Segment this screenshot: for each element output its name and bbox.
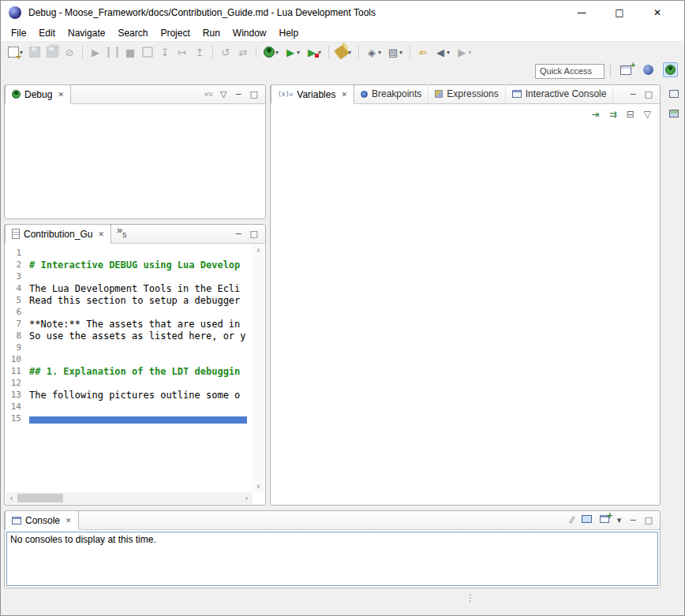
menu-item[interactable]: Search <box>111 26 154 40</box>
editor-line[interactable]: 15 <box>9 413 252 424</box>
tab-interactive-console[interactable]: Interactive Console <box>506 84 614 103</box>
resume-button[interactable]: ▶ <box>88 43 103 61</box>
console-output[interactable]: No consoles to display at this time. <box>6 532 658 586</box>
maximize-button[interactable]: □ <box>601 7 638 18</box>
tab-breakpoints[interactable]: Breakpoints <box>354 84 429 103</box>
open-console-icon[interactable] <box>600 515 609 525</box>
editor-line[interactable]: 14 <box>9 401 252 413</box>
tab-variables[interactable]: (x)= Variables ✕ <box>271 84 354 104</box>
dropdown-arrow-icon[interactable]: ▾ <box>617 515 622 525</box>
collapse-all-icon[interactable]: ⊟ <box>627 109 634 120</box>
terminate-button[interactable]: ■ <box>122 43 138 61</box>
menu-item[interactable]: Window <box>226 26 273 40</box>
editor-list-chevron[interactable]: » 5 <box>111 224 132 243</box>
maximize-icon[interactable]: □ <box>250 229 258 239</box>
back-button[interactable]: ◀ ▾ <box>432 43 452 61</box>
drop-to-frame-button[interactable]: ↺ <box>218 43 234 61</box>
debug-view-content[interactable] <box>6 105 264 218</box>
minimize-icon[interactable]: − <box>629 89 636 99</box>
dropdown-arrow-icon[interactable]: ▾ <box>297 49 300 56</box>
menu-item[interactable]: Navigate <box>62 26 111 40</box>
show-logical-structure-icon[interactable]: ⇥ <box>592 109 600 120</box>
editor-line[interactable]: 9 <box>9 342 252 353</box>
menu-item[interactable]: Edit <box>32 26 62 40</box>
save-button[interactable] <box>27 43 43 61</box>
debug-perspective-button[interactable] <box>663 62 678 77</box>
scrollbar-thumb[interactable] <box>17 494 63 502</box>
minimize-button[interactable]: — <box>563 7 601 18</box>
step-return-button[interactable]: ↥ <box>192 43 208 61</box>
step-into-button[interactable]: ↧ <box>157 43 173 61</box>
tab-console[interactable]: Console ✕ <box>5 510 79 530</box>
editor-line[interactable]: 12 <box>9 377 252 389</box>
variables-content[interactable]: ⇥ ⇉ ⊟ ▽ <box>271 105 659 504</box>
tab-debug[interactable]: Debug ✕ <box>5 84 71 104</box>
minimize-icon[interactable]: − <box>234 229 241 239</box>
splitter-grip[interactable]: ⋮ <box>466 592 475 603</box>
skip-all-breakpoints-button[interactable]: ⊘ <box>62 43 77 61</box>
editor-line[interactable]: 1 <box>9 247 252 259</box>
editor-line[interactable]: 2 # Interactive DEBUG using Lua Develop <box>9 259 252 271</box>
editor-line[interactable]: 5 Read this section to setup a debugger <box>9 294 252 306</box>
close-icon[interactable]: ✕ <box>98 230 104 238</box>
vertical-scrollbar[interactable]: ∧ ∨ <box>253 245 264 492</box>
dropdown-arrow-icon[interactable]: ▾ <box>378 49 381 56</box>
close-button[interactable]: ✕ <box>638 7 676 18</box>
coverage-button[interactable]: ▶ ▾ <box>304 43 324 61</box>
tab-expressions[interactable]: Expressions <box>429 84 505 103</box>
scroll-left-icon[interactable]: ‹ <box>6 494 17 502</box>
scroll-up-icon[interactable]: ∧ <box>256 247 261 254</box>
editor-line[interactable]: 3 <box>9 271 252 282</box>
tab-contribution-guide[interactable]: Contribution_Gu ✕ <box>5 224 111 244</box>
disconnect-button[interactable] <box>140 43 155 61</box>
ldt-perspective-button[interactable] <box>641 62 656 77</box>
dropdown-arrow-icon[interactable]: ▾ <box>399 49 402 56</box>
menu-item[interactable]: Help <box>273 26 305 40</box>
editor-line[interactable]: 7 **Note:** The assets that are used in <box>9 318 252 330</box>
editor-line[interactable]: 4 The Lua Development Tools in the Ecli <box>9 282 252 294</box>
code-area[interactable]: 1 2 # Interactive DEBUG using Lua Develo… <box>9 247 252 491</box>
maximize-icon[interactable]: □ <box>645 515 653 525</box>
dropdown-arrow-icon[interactable]: ▾ <box>468 49 471 56</box>
minimize-icon[interactable]: − <box>234 89 241 99</box>
editor-content[interactable]: 1 2 # Interactive DEBUG using Lua Develo… <box>6 245 264 504</box>
close-icon[interactable]: ✕ <box>341 91 347 99</box>
open-perspective-button[interactable] <box>618 63 634 77</box>
remove-all-terminated-icon[interactable]: ✕✕ <box>204 91 212 99</box>
last-edit-location-button[interactable]: ⇐ <box>415 43 431 61</box>
quick-access-input[interactable]: Quick Access <box>535 64 605 79</box>
editor-line[interactable]: 6 <box>9 306 252 318</box>
editor-line[interactable]: 13 The following pictures outline some o <box>9 389 252 401</box>
step-over-button[interactable]: ↦ <box>174 43 190 61</box>
use-step-filters-button[interactable]: ⇄ <box>235 43 251 61</box>
display-selected-console-icon[interactable] <box>582 515 592 525</box>
maximize-icon[interactable]: □ <box>645 89 653 99</box>
editor-line[interactable]: 11 ## 1. Explanation of the LDT debuggin <box>9 365 252 377</box>
restore-minimized-view-button[interactable] <box>668 88 680 99</box>
menu-item[interactable]: Run <box>197 26 226 40</box>
horizontal-scrollbar[interactable]: ‹ › <box>6 492 253 504</box>
view-menu-icon[interactable]: ▽ <box>220 89 226 99</box>
minimized-view-button[interactable] <box>668 108 680 119</box>
editor-line[interactable]: 10 <box>9 353 252 365</box>
menu-item[interactable]: Project <box>154 26 196 40</box>
close-icon[interactable]: ✕ <box>58 91 64 99</box>
save-all-button[interactable] <box>44 43 60 61</box>
scrollbar-track[interactable] <box>17 492 241 504</box>
new-wizard-button[interactable]: ▾ <box>6 43 25 61</box>
view-menu-icon[interactable]: ▽ <box>644 109 651 120</box>
scroll-down-icon[interactable]: ∨ <box>256 483 261 490</box>
pin-view-icon[interactable]: ⇉ <box>609 109 617 120</box>
pin-console-icon[interactable] <box>571 516 574 525</box>
forward-button[interactable]: ▶ ▾ <box>454 43 474 61</box>
minimize-icon[interactable]: − <box>629 515 636 525</box>
dropdown-arrow-icon[interactable]: ▾ <box>275 49 279 56</box>
scroll-right-icon[interactable]: › <box>241 494 253 502</box>
open-type-button[interactable]: ◈ ▾ <box>364 43 384 61</box>
editor-line[interactable]: 8 So use the assets as listed here, or y <box>9 330 252 342</box>
run-button[interactable]: ▶ ▾ <box>283 43 302 61</box>
dropdown-arrow-icon[interactable]: ▾ <box>447 49 450 56</box>
menu-item[interactable]: File <box>5 26 32 40</box>
new-menu-button[interactable]: ▤ ▾ <box>385 43 405 61</box>
close-icon[interactable]: ✕ <box>66 517 72 525</box>
